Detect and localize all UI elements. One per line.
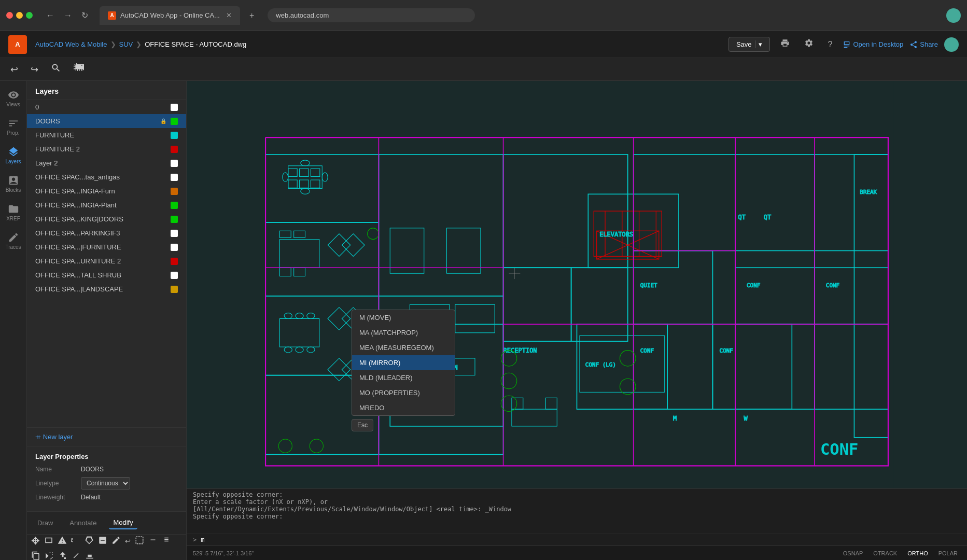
svg-text:CONF (LG): CONF (LG) bbox=[585, 361, 616, 368]
copy-tool[interactable] bbox=[31, 551, 40, 560]
save-button[interactable]: Save ▾ bbox=[728, 37, 770, 52]
settings-button[interactable] bbox=[800, 36, 818, 52]
status-polar[interactable]: POLAR bbox=[935, 549, 961, 557]
print-button[interactable] bbox=[776, 36, 794, 52]
layer-item[interactable]: OFFICE SPA...URNITURE 2 bbox=[27, 254, 186, 268]
autocomplete-item[interactable]: MA (MATCHPROP) bbox=[352, 325, 455, 340]
maximize-dot[interactable] bbox=[26, 12, 33, 19]
tab-modify[interactable]: Modify bbox=[109, 516, 137, 529]
sidebar-item-props[interactable]: Prop. bbox=[2, 114, 25, 140]
open-desktop-button[interactable]: Open in Desktop bbox=[843, 40, 903, 49]
layers-list: 0DOORS🔒FURNITUREFURNITURE 2Layer 2OFFICE… bbox=[27, 100, 186, 427]
trim-tool[interactable] bbox=[162, 536, 171, 547]
layer-item[interactable]: OFFICE SPA...INGIA-Plant bbox=[27, 198, 186, 212]
arc-tool[interactable] bbox=[71, 536, 80, 547]
prop-row-lineweight: Lineweight Default bbox=[35, 494, 178, 501]
status-ortho[interactable]: ORTHO bbox=[904, 549, 931, 557]
rect-tool[interactable] bbox=[44, 536, 53, 547]
autocomplete-item[interactable]: MEA (MEASUREGEOM) bbox=[352, 340, 455, 355]
close-dot[interactable] bbox=[6, 12, 13, 19]
status-osnap[interactable]: OSNAP bbox=[840, 549, 866, 557]
nodes-tool[interactable] bbox=[85, 536, 94, 547]
undo-button[interactable]: ↩ bbox=[6, 62, 22, 77]
layer-item[interactable]: 0 bbox=[27, 100, 186, 114]
breadcrumb-sub[interactable]: SUV bbox=[119, 40, 133, 48]
command-output-line: Enter a scale factor (nX or nXP), or bbox=[193, 498, 961, 506]
autocomplete-item[interactable]: MLD (MLEADER) bbox=[352, 370, 455, 385]
back-button[interactable]: ← bbox=[43, 9, 58, 22]
save-dropdown-icon[interactable]: ▾ bbox=[755, 40, 762, 48]
layer-item[interactable]: OFFICE SPA...|FURNITURE bbox=[27, 240, 186, 254]
refresh-button[interactable]: ↻ bbox=[78, 8, 91, 22]
layer-item[interactable]: OFFICE SPA...|LANDSCAPE bbox=[27, 282, 186, 296]
zoom-button[interactable] bbox=[47, 61, 65, 78]
mirror-tool[interactable] bbox=[45, 551, 54, 560]
tab-annotate[interactable]: Annotate bbox=[65, 517, 101, 529]
layer-item[interactable]: FURNITURE bbox=[27, 128, 186, 142]
tab-draw[interactable]: Draw bbox=[33, 517, 57, 529]
linetype-select[interactable]: Continuous bbox=[81, 477, 130, 489]
autocomplete-item[interactable]: MREDO bbox=[352, 400, 455, 415]
autocomplete-dropdown: M (MOVE)MA (MATCHPROP)MEA (MEASUREGEOM)M… bbox=[352, 310, 455, 416]
rect-select-tool[interactable] bbox=[135, 536, 144, 547]
new-tab-button[interactable]: + bbox=[246, 9, 257, 22]
browser-dots bbox=[6, 12, 33, 19]
minimize-dot[interactable] bbox=[16, 12, 23, 19]
layer-item[interactable]: OFFICE SPA...TALL SHRUB bbox=[27, 268, 186, 282]
autocomplete-item[interactable]: MI (MIRROR) bbox=[352, 355, 455, 370]
tab-title: AutoCAD Web App - Online CA... bbox=[120, 11, 220, 19]
break-tool[interactable] bbox=[98, 536, 107, 547]
sidebar-item-traces[interactable]: Traces bbox=[2, 228, 25, 254]
tab-favicon: A bbox=[108, 11, 116, 20]
pen-tool[interactable] bbox=[111, 536, 121, 547]
layer-color-swatch bbox=[171, 132, 178, 139]
layer-item[interactable]: OFFICE SPA...PARKINGIF3 bbox=[27, 226, 186, 240]
triangle-tool[interactable] bbox=[58, 536, 67, 547]
layers-panel-header: Layers bbox=[27, 81, 186, 100]
forward-button[interactable]: → bbox=[61, 9, 75, 22]
command-output-line: [All/Center/Dynamic/Extents/Previous/Sca… bbox=[193, 506, 961, 513]
layer-item[interactable]: OFFICE SPA...INGIA-Furn bbox=[27, 184, 186, 198]
new-layer-button[interactable]: + + New layer bbox=[27, 427, 186, 446]
address-bar[interactable] bbox=[268, 8, 475, 22]
autocomplete-item[interactable]: MO (PROPERTIES) bbox=[352, 385, 455, 400]
join-tool[interactable] bbox=[148, 536, 158, 547]
layer-item[interactable]: FURNITURE 2 bbox=[27, 142, 186, 156]
select-button[interactable] bbox=[69, 61, 88, 78]
move-tool[interactable]: ✥ bbox=[31, 535, 40, 547]
drawing-canvas[interactable]: RECEPTION ELEVATORS RECEPTION CONF (LG) bbox=[187, 81, 967, 488]
sidebar-item-layers[interactable]: Layers bbox=[2, 142, 25, 169]
layer-color-swatch bbox=[171, 244, 178, 251]
layer-color-swatch bbox=[171, 258, 178, 265]
browser-tab[interactable]: A AutoCAD Web App - Online CA... ✕ bbox=[100, 6, 240, 25]
layer-item[interactable]: OFFICE SPAC...tas_antigas bbox=[27, 170, 186, 184]
offset-tool[interactable] bbox=[85, 551, 94, 560]
line-tool[interactable] bbox=[72, 551, 81, 560]
layer-properties-title: Layer Properties bbox=[35, 453, 178, 460]
user-avatar[interactable] bbox=[944, 37, 959, 52]
prop-linetype-label: Linetype bbox=[35, 480, 77, 487]
layer-item[interactable]: Layer 2 bbox=[27, 156, 186, 170]
command-input[interactable] bbox=[201, 536, 961, 543]
share-button[interactable]: Share bbox=[909, 40, 938, 49]
breadcrumb-root[interactable]: AutoCAD Web & Mobile bbox=[35, 40, 107, 48]
prop-row-name: Name DOORS bbox=[35, 466, 178, 473]
layer-color-swatch bbox=[171, 104, 178, 111]
sidebar-item-blocks[interactable]: Blocks bbox=[2, 171, 25, 197]
help-button[interactable]: ? bbox=[824, 38, 837, 51]
prop-name-label: Name bbox=[35, 466, 77, 473]
status-otrack[interactable]: OTRACK bbox=[870, 549, 900, 557]
user-profile-dot[interactable] bbox=[946, 8, 961, 23]
stretch-tool[interactable] bbox=[58, 551, 67, 560]
redo-button[interactable]: ↪ bbox=[26, 62, 43, 77]
esc-button[interactable]: Esc bbox=[352, 419, 373, 431]
autocomplete-item[interactable]: M (MOVE) bbox=[352, 310, 455, 325]
tab-close-icon[interactable]: ✕ bbox=[226, 11, 232, 19]
undo-small-button[interactable]: ↩ bbox=[125, 537, 131, 545]
layer-item[interactable]: DOORS🔒 bbox=[27, 114, 186, 128]
sidebar-layers-label: Layers bbox=[5, 159, 21, 164]
sidebar-views-label: Views bbox=[6, 102, 20, 107]
sidebar-item-xref[interactable]: XREF bbox=[2, 199, 25, 226]
layer-item[interactable]: OFFICE SPA...KING|DOORS bbox=[27, 212, 186, 226]
sidebar-item-views[interactable]: Views bbox=[2, 85, 25, 111]
